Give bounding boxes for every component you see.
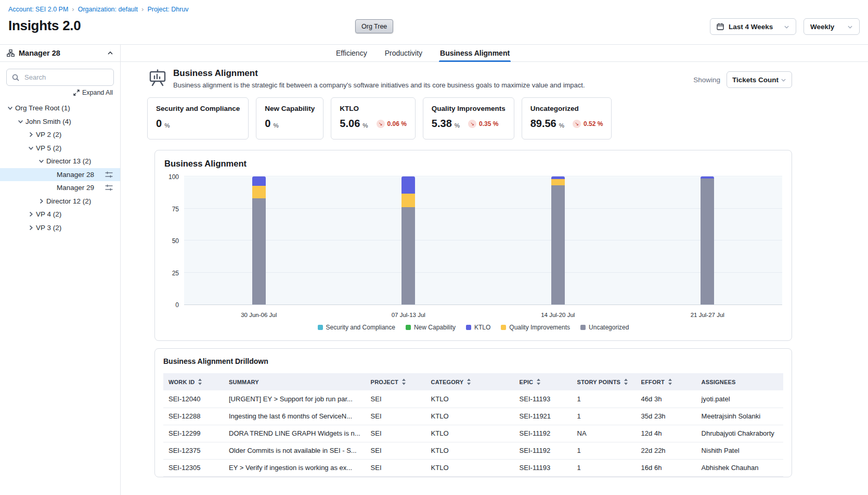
sort-icon[interactable] <box>624 378 628 385</box>
chevron-down-icon[interactable] <box>16 119 25 124</box>
breadcrumb-item-account[interactable]: Account: SEI 2.0 PM <box>8 6 68 13</box>
chevron-down-icon[interactable] <box>26 145 36 151</box>
sort-icon[interactable] <box>467 378 471 385</box>
stat-card-uncategorized: Uncategorized89.56%↘0.52 % <box>522 97 612 139</box>
column-header-label: WORK ID <box>169 379 195 385</box>
tree-item-vp-4-2[interactable]: VP 4 (2) <box>0 208 120 221</box>
x-axis-tick-label: 21 Jul-27 Jul <box>691 312 724 318</box>
y-axis-tick-label: 75 <box>172 206 179 213</box>
column-header-work-id[interactable]: WORK ID <box>163 373 224 390</box>
sort-icon[interactable] <box>668 378 672 385</box>
table-cell-assignees: jyoti.patel <box>696 390 783 408</box>
stat-card-title: Security and Compliance <box>156 105 240 112</box>
table-row[interactable]: SEI-12288Ingesting the last 6 months of … <box>163 408 783 425</box>
expand-icon <box>73 90 80 96</box>
tree-item-john-smith-4[interactable]: John Smith (4) <box>0 115 120 129</box>
legend-item-security-and-compliance[interactable]: Security and Compliance <box>318 324 395 331</box>
tree-item-org-tree-root-1[interactable]: Org Tree Root (1) <box>0 101 120 115</box>
chart-plot-wrap: 30 Jun-06 Jul07 Jul-13 Jul14 Jul-20 Jul2… <box>184 177 782 323</box>
breadcrumb-item-project[interactable]: Project: Dhruv <box>147 6 188 13</box>
chevron-right-icon[interactable] <box>26 211 36 217</box>
stat-card-value: 0 <box>156 118 162 130</box>
column-header-label: SUMMARY <box>229 379 259 385</box>
chevron-right-icon[interactable] <box>26 132 36 137</box>
tree-item-vp-3-2[interactable]: VP 3 (2) <box>0 221 120 235</box>
org-tree-button[interactable]: Org Tree <box>355 19 393 33</box>
stat-card-unit: % <box>164 122 170 130</box>
search-input[interactable] <box>23 73 101 82</box>
stat-card-value: 0 <box>265 118 270 130</box>
sort-icon[interactable] <box>536 378 541 385</box>
filter-sliders-icon[interactable] <box>105 184 113 191</box>
legend-item-uncategorized[interactable]: Uncategorized <box>580 324 629 331</box>
tree-item-label: VP 2 (2) <box>36 131 61 138</box>
trend-down-icon: ↘ <box>573 120 581 128</box>
table-cell-assignees: Meetrajsinh Solanki <box>696 408 783 425</box>
interval-select[interactable]: Weekly <box>804 18 860 35</box>
sort-icon[interactable] <box>198 378 202 385</box>
stat-cards: Security and Compliance0%New Capability0… <box>147 97 792 139</box>
column-header-inner: STORY POINTS <box>577 378 631 385</box>
legend-item-quality-improvements[interactable]: Quality Improvements <box>501 324 570 331</box>
column-header-inner: SUMMARY <box>229 379 360 385</box>
main-panel: EfficiencyProductivityBusiness Alignment… <box>121 45 868 495</box>
tab-efficiency[interactable]: Efficiency <box>336 45 367 61</box>
chevron-down-icon[interactable] <box>36 158 46 164</box>
table-cell-summary: Older Commits is not available in SEI - … <box>224 442 366 459</box>
date-range-select[interactable]: Last 4 Weeks <box>710 18 796 35</box>
table-cell-story-points: 1 <box>572 442 636 459</box>
legend-swatch <box>466 325 471 330</box>
column-header-project[interactable]: PROJECT <box>366 373 426 390</box>
stacked-bar-14-jul-20-jul[interactable] <box>551 176 565 304</box>
stacked-bar-30-jun-06-jul[interactable] <box>252 176 266 304</box>
breadcrumb-item-organization[interactable]: Organization: default <box>78 6 138 13</box>
tree-item-director-12-2[interactable]: Director 12 (2) <box>0 195 120 208</box>
chevron-right-icon[interactable] <box>36 198 46 204</box>
tree-item-vp-5-2[interactable]: VP 5 (2) <box>0 142 120 155</box>
column-header-effort[interactable]: EFFORT <box>636 373 696 390</box>
chevron-up-icon[interactable] <box>107 50 113 56</box>
stat-card-unit: % <box>362 122 368 130</box>
tree-item-vp-2-2[interactable]: VP 2 (2) <box>0 128 120 142</box>
column-header-label: PROJECT <box>371 379 398 385</box>
tab-productivity[interactable]: Productivity <box>385 45 422 61</box>
legend-item-new-capability[interactable]: New Capability <box>406 324 456 331</box>
tree-item-director-13-2[interactable]: Director 13 (2) <box>0 155 120 168</box>
showing-select[interactable]: Tickets Count <box>727 71 792 88</box>
table-row[interactable]: SEI-12375Older Commits is not available … <box>163 442 783 459</box>
table-row[interactable]: SEI-12299DORA TREND LINE GRAPH Widgets i… <box>163 425 783 442</box>
table-row[interactable]: SEI-12305EY > Verify if ingestion is wor… <box>163 459 783 476</box>
table-cell-assignees: Nishith Patel <box>696 442 783 459</box>
expand-all-label: Expand All <box>82 89 113 96</box>
table-cell-project: SEI <box>366 408 426 425</box>
stat-card-value-row: 0% <box>156 118 240 130</box>
stat-card-value: 5.06 <box>340 118 360 130</box>
expand-all-button[interactable]: Expand All <box>0 89 113 96</box>
chevron-down-icon[interactable] <box>5 105 15 111</box>
table-cell-story-points: NA <box>572 425 636 442</box>
table-cell-effort: 16d 6h <box>636 459 696 476</box>
column-header-story-points[interactable]: STORY POINTS <box>572 373 636 390</box>
column-header-epic[interactable]: EPIC <box>514 373 572 390</box>
sort-icon[interactable] <box>401 378 406 385</box>
interval-value: Weekly <box>810 23 834 31</box>
column-header-inner: ASSIGNEES <box>702 379 778 385</box>
tree-item-manager-29[interactable]: Manager 29 <box>0 181 120 195</box>
tree-item-manager-28[interactable]: Manager 28 <box>0 168 120 182</box>
stacked-bar-21-jul-27-jul[interactable] <box>701 176 714 304</box>
filter-sliders-icon[interactable] <box>105 171 113 178</box>
column-header-category[interactable]: CATEGORY <box>426 373 514 390</box>
stacked-bar-07-jul-13-jul[interactable] <box>401 176 415 304</box>
chevron-down-icon <box>781 77 786 83</box>
column-header-label: STORY POINTS <box>577 379 621 385</box>
legend-item-ktlo[interactable]: KTLO <box>466 324 490 331</box>
drilldown-body: SEI-12040[URGENT] EY > Support for job r… <box>163 390 783 476</box>
showing-value: Tickets Count <box>732 76 779 84</box>
tab-business-alignment[interactable]: Business Alignment <box>440 45 510 61</box>
tree-item-label: Director 12 (2) <box>46 197 91 205</box>
table-row[interactable]: SEI-12040[URGENT] EY > Support for job r… <box>163 390 783 408</box>
chevron-right-icon[interactable] <box>26 225 36 231</box>
column-header-label: ASSIGNEES <box>702 379 736 385</box>
section-header-text: Business Alignment Business alignment is… <box>173 68 585 89</box>
chart-gridline <box>184 176 782 176</box>
